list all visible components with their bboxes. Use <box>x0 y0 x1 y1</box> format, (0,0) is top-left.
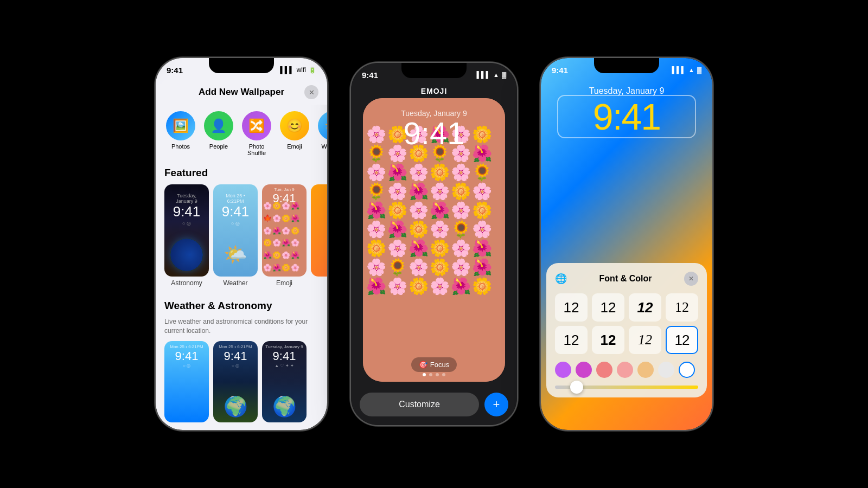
wallpaper-icon-emoji[interactable]: 😊 Emoji <box>278 111 311 156</box>
wallpaper-icon-shuffle[interactable]: 🔀 PhotoShuffle <box>240 111 273 156</box>
font-grid[interactable]: 12 12 12 12 12 12 12 12 <box>555 293 698 354</box>
color-slider[interactable] <box>555 386 698 389</box>
close-button-1[interactable]: ✕ <box>304 85 318 99</box>
status-time-1: 9:41 <box>167 66 183 75</box>
font-cell-1[interactable]: 12 <box>555 293 588 322</box>
emoji-circle: 😊 <box>280 111 309 140</box>
phone1-screen[interactable]: 9:41 ▌▌▌ wifi 🔋 Add New Wallpaper ✕ <box>156 58 327 430</box>
focus-icon: 🎯 <box>419 361 427 369</box>
status-icons-1: ▌▌▌ wifi 🔋 <box>280 66 316 74</box>
color-salmon[interactable] <box>617 362 633 378</box>
font-cell-6[interactable]: 12 <box>592 326 624 354</box>
wa-thumb-2[interactable]: Mon 25 • 6:21PM 9:41 ○ ◎ 🌍 <box>213 341 258 422</box>
featured-overflow <box>311 184 327 287</box>
phone-3: 9:41 ▌▌▌ ▲ ▓ Tuesday, January 9 9:41 <box>540 57 713 431</box>
overflow-thumb <box>311 184 327 277</box>
wifi-icon-2: ▲ <box>493 72 499 78</box>
signal-icon-2: ▌▌▌ <box>477 71 491 79</box>
font-cell-4[interactable]: 12 <box>666 293 698 322</box>
wifi-icon-3: ▲ <box>688 67 694 73</box>
panel-header: 🌐 Font & Color ✕ <box>555 272 698 286</box>
signal-icon-1: ▌▌▌ <box>280 66 294 74</box>
p3-time-large: 9:41 <box>564 98 690 135</box>
people-circle: 👤 <box>204 111 233 140</box>
font-cell-5[interactable]: 12 <box>555 326 588 354</box>
astronomy-thumb: Tuesday, January 9 9:41 ○ ◎ <box>164 184 209 277</box>
earth-icon <box>170 239 203 271</box>
wallpaper-icon-weather[interactable]: ⛅ Weath... <box>316 111 327 156</box>
featured-astronomy[interactable]: Tuesday, January 9 9:41 ○ ◎ Astronomy <box>164 184 209 287</box>
color-white[interactable] <box>679 362 695 378</box>
status-time-2: 9:41 <box>362 70 378 80</box>
weather-astronomy-row: Mon 25 • 6:21PM 9:41 ○ ◎ Mon 25 • 6:21PM… <box>156 341 327 422</box>
notch-2 <box>401 63 467 78</box>
add-button[interactable]: + <box>484 393 508 416</box>
people-label: People <box>209 143 228 150</box>
wallpaper-icon-people[interactable]: 👤 People <box>202 111 235 156</box>
wallpaper-icon-photos[interactable]: 🖼️ Photos <box>164 111 197 156</box>
featured-weather[interactable]: Mon 25 • 6:21PM 9:41 ○ ◎ 🌤️ Weather <box>213 184 258 287</box>
emoji-grid-small: 🌸🌼🌸🌺 🍁🌸🌼🌺 🌸🌺🌸🌼 🌼🌸🌺🌸 🌺🌼🌸🌺 🌸🌺🌼🌸 <box>262 201 307 277</box>
weather-astronomy-subtitle: Live weather and astronomical conditions… <box>156 317 327 341</box>
slider-thumb[interactable] <box>570 381 583 394</box>
dot-2 <box>429 373 432 376</box>
emoji-label: Emoji <box>287 143 302 150</box>
battery-icon-3: ▓ <box>697 67 701 73</box>
panel-close-button[interactable]: ✕ <box>684 272 698 286</box>
globe-icon[interactable]: 🌐 <box>555 273 567 285</box>
color-purple-light[interactable] <box>555 362 571 378</box>
dot-1 <box>423 373 426 376</box>
p3-time-box: 9:41 <box>557 95 696 138</box>
font-color-panel[interactable]: 🌐 Font & Color ✕ 12 12 12 12 12 12 12 12 <box>546 263 707 397</box>
wa-dark-thumb: Tuesday, January 9 9:41 ▲ ♡ ✦ ✦ 🌍 <box>262 341 307 422</box>
dot-3 <box>436 373 439 376</box>
shuffle-label: PhotoShuffle <box>247 143 266 156</box>
color-row[interactable] <box>555 362 698 378</box>
customize-button[interactable]: Customize <box>360 393 479 416</box>
color-purple[interactable] <box>576 362 592 378</box>
bottom-bar[interactable]: Customize + <box>360 393 508 416</box>
weather-label: Weath... <box>322 143 327 150</box>
phone3-screen: 9:41 ▌▌▌ ▲ ▓ Tuesday, January 9 9:41 <box>541 58 712 430</box>
photos-label: Photos <box>171 143 190 150</box>
battery-icon-2: ▓ <box>502 72 506 78</box>
emoji-clock: 9:41 <box>363 118 505 149</box>
weather-label-feat: Weather <box>223 279 247 287</box>
font-cell-2[interactable]: 12 <box>592 293 624 322</box>
font-cell-3[interactable]: 12 <box>629 293 661 322</box>
notch-1 <box>209 58 274 73</box>
astronomy-label: Astronomy <box>171 279 202 287</box>
status-time-3: 9:41 <box>552 66 568 75</box>
battery-icon-1: 🔋 <box>309 67 316 74</box>
weather-thumb: Mon 25 • 6:21PM 9:41 ○ ◎ 🌤️ <box>213 184 258 277</box>
emoji-preview-card: 🌸🌼🌸🌺🌸🌼 🌻🌸🌼🌻🌸🌺 🌸🌺🌸🌼🌸🌻 🌻🌸🌺🌸🌼🌸 🌺🌼🌸🌺🌸🌼 🌸🌺🌼🌸🌻… <box>363 98 505 382</box>
color-cream[interactable] <box>658 362 674 378</box>
featured-emoji[interactable]: Tue, Jan 9 9:41 🌸🌼🌸🌺 🍁🌸🌼🌺 🌸🌺🌸🌼 🌼🌸🌺🌸 🌺🌼🌸🌺 <box>262 184 307 287</box>
featured-row: Tuesday, January 9 9:41 ○ ◎ Astronomy <box>156 184 327 296</box>
phone-1: 9:41 ▌▌▌ wifi 🔋 Add New Wallpaper ✕ <box>155 57 328 431</box>
emoji-header-label: EMOJI <box>421 87 448 95</box>
wa-blue-thumb: Mon 25 • 6:21PM 9:41 ○ ◎ <box>164 341 209 422</box>
shuffle-circle: 🔀 <box>242 111 271 140</box>
status-icons-3: ▌▌▌ ▲ ▓ <box>672 66 701 74</box>
wallpaper-icons-row[interactable]: 🖼️ Photos 👤 People 🔀 PhotoShuffle 😊 Emoj… <box>156 105 327 163</box>
font-cell-8[interactable]: 12 <box>666 326 698 354</box>
weather-astronomy-title: Weather & Astronomy <box>156 296 327 317</box>
color-peach[interactable] <box>637 362 654 378</box>
signal-icon-3: ▌▌▌ <box>672 66 686 74</box>
color-pink[interactable] <box>596 362 612 378</box>
emoji-label-feat: Emoji <box>276 279 292 287</box>
wifi-icon-1: wifi <box>297 66 306 74</box>
font-cell-7[interactable]: 12 <box>629 326 661 354</box>
page-dots <box>423 373 445 376</box>
dot-4 <box>442 373 445 376</box>
wa-thumb-3[interactable]: Tuesday, January 9 9:41 ▲ ♡ ✦ ✦ 🌍 <box>262 341 307 422</box>
emoji-focus-label: 🎯 Focus <box>411 357 457 372</box>
weather-circle: ⛅ <box>318 111 327 140</box>
status-icons-2: ▌▌▌ ▲ ▓ <box>477 71 506 79</box>
wa-thumb-1[interactable]: Mon 25 • 6:21PM 9:41 ○ ◎ <box>164 341 209 422</box>
wallpaper-title: Add New Wallpaper <box>178 87 304 98</box>
wa-earth-thumb: Mon 25 • 6:21PM 9:41 ○ ◎ 🌍 <box>213 341 258 422</box>
phone2-screen: 9:41 ▌▌▌ ▲ ▓ EMOJI 🌸🌼🌸🌺🌸🌼 🌻🌸🌼🌻🌸🌺 🌸 <box>351 63 517 425</box>
panel-title: Font & Color <box>599 274 652 284</box>
